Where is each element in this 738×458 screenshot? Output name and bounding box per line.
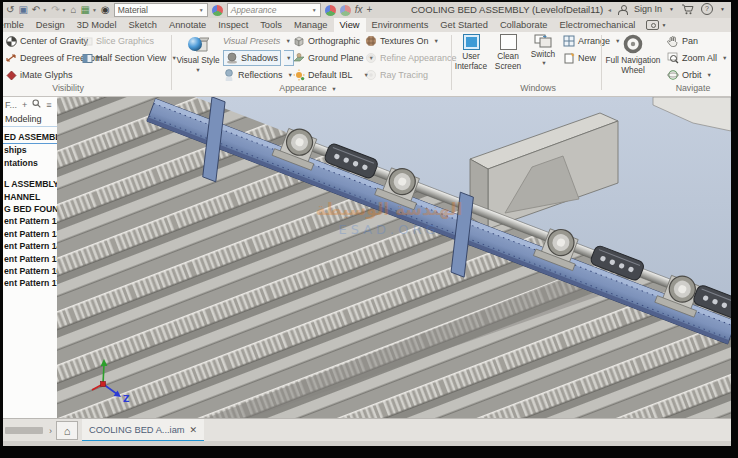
tab-design[interactable]: Design (30, 18, 71, 32)
tree-item-foundation[interactable]: G BED FOUNDATI (3, 203, 57, 215)
browser-mode-dropdown[interactable]: Modeling (3, 111, 57, 127)
new-window-button[interactable]: New (563, 51, 596, 65)
main-area: F... + ≡ Modeling ED ASSEMBLY.ia ships n… (3, 97, 731, 418)
collapse-icon[interactable]: ◂ (608, 6, 611, 13)
sync-icon[interactable]: ↺ (6, 4, 14, 16)
clear-color-icon[interactable] (340, 5, 351, 16)
tab-collaborate[interactable]: Collaborate (494, 18, 554, 32)
material-dropdown[interactable]: Material ▼ (114, 3, 208, 17)
tree-item-pattern-12[interactable]: ent Pattern 12:1 (3, 215, 57, 227)
tab-assemble[interactable]: Assemble (3, 18, 30, 32)
home-icon[interactable]: ⌂ (71, 4, 77, 16)
ground-plane-button[interactable]: Ground Plane ▼ (293, 51, 374, 65)
scroll-right-icon[interactable]: › (49, 426, 52, 436)
user-interface-icon (463, 34, 480, 50)
imate-glyphs-button[interactable]: iMate Glyphs (5, 68, 73, 82)
tab-sketch[interactable]: Sketch (123, 18, 163, 32)
default-ibl-dropdown[interactable]: Default IBL ▼ (293, 68, 369, 82)
tab-manage[interactable]: Manage (288, 18, 334, 32)
tab-annotate[interactable]: Annotate (163, 18, 212, 32)
tab-electromechanical[interactable]: Electromechanical (553, 18, 641, 32)
tab-3d-model[interactable]: 3D Model (71, 18, 123, 32)
material-dropdown-value: Material (118, 5, 148, 15)
reflections-icon (223, 69, 235, 81)
home-view-button[interactable]: ⌂ (56, 421, 78, 440)
watermark-url-text: ESAD.ORG (338, 222, 439, 237)
title-bar: ↺ ▣ ↶▼ ↷▼ ⌂ ▦▼ ◉ Material ▼ Appearance ▼… (3, 2, 731, 18)
save-icon[interactable]: ▣ (18, 4, 27, 16)
undo-dropdown-icon[interactable]: ▼ (42, 7, 47, 13)
pan-button[interactable]: Pan (667, 34, 698, 48)
parameters-fx-button[interactable]: fx (355, 4, 363, 16)
sign-in-button[interactable]: Sign In (634, 4, 662, 14)
tree-item-pattern-16[interactable]: ent Pattern 16:1 (3, 265, 57, 277)
tab-get-started[interactable]: Get Started (434, 18, 494, 32)
visual-presets-dropdown[interactable]: Visual Presets ▼ (223, 34, 291, 48)
user-interface-button[interactable]: User Interface (453, 34, 489, 71)
reflections-button[interactable]: Reflections ▼ (223, 68, 293, 82)
browser-add-icon[interactable]: + (22, 100, 27, 110)
textures-on-button[interactable]: Textures On ▼ (365, 34, 439, 48)
customize-plus-icon[interactable]: + (367, 4, 373, 16)
sign-in-caret-icon[interactable]: ▼ (669, 6, 674, 12)
undo-icon[interactable]: ↶ (32, 4, 40, 16)
tree-item-relationships[interactable]: ships (3, 144, 57, 156)
tab-view[interactable]: View (334, 18, 366, 32)
home-tab-icon: ⌂ (64, 425, 71, 437)
zoom-all-button[interactable]: Zoom All ▼ (667, 51, 727, 65)
view-dropdown-icon[interactable]: ▼ (92, 7, 97, 13)
quick-access-toolbar: ↺ ▣ ↶▼ ↷▼ ⌂ ▦▼ ◉ Material ▼ Appearance ▼… (3, 3, 372, 17)
half-section-view-button[interactable]: Half Section View ▼ (81, 51, 177, 65)
orbit-button[interactable]: Orbit ▼ (667, 68, 712, 82)
shadows-icon (226, 52, 238, 64)
ribbon-tab-bar: Assemble Design 3D Model Sketch Annotate… (3, 18, 731, 32)
tree-item-pattern-13[interactable]: ent Pattern 13:1 (3, 228, 57, 240)
appearance-dropdown[interactable]: Appearance ▼ (227, 3, 321, 17)
tree-item-representations[interactable]: ntations (3, 157, 57, 169)
switch-windows-button[interactable]: Switch ▼ (527, 34, 559, 66)
redo-dropdown-icon[interactable]: ▼ (62, 7, 67, 13)
full-navigation-wheel-button[interactable]: Full Navigation Wheel (605, 34, 661, 75)
zoom-all-icon (667, 52, 679, 64)
adjust-color-icon[interactable] (325, 5, 336, 16)
tab-inspect[interactable]: Inspect (212, 18, 254, 32)
help-icon[interactable]: ? (701, 3, 713, 15)
material-caret-icon: ▼ (199, 7, 204, 13)
redo-icon[interactable]: ↷ (51, 4, 59, 16)
tree-item-subassembly[interactable]: L ASSEMBLY 2:1 (3, 178, 57, 190)
tab-tools[interactable]: Tools (254, 18, 288, 32)
switch-caret-icon: ▼ (529, 60, 559, 66)
help-caret-icon[interactable]: ▼ (720, 6, 725, 12)
appearance-dropdown-value: Appearance (231, 5, 277, 15)
appearance-sphere-icon[interactable]: ◉ (101, 4, 110, 16)
tree-item-pattern-14[interactable]: ent Pattern 14:1 (3, 240, 57, 252)
default-ibl-icon (293, 69, 305, 81)
tab-environments[interactable]: Environments (366, 18, 435, 32)
tree-item-pattern-15[interactable]: ent Pattern 15:1 (3, 253, 57, 265)
orthographic-button[interactable]: Orthographic ▼ (293, 34, 370, 48)
tree-item-channel[interactable]: HANNEL (3, 191, 57, 203)
tree-item-assembly-root[interactable]: ED ASSEMBLY.ia (3, 131, 57, 144)
browser-hscrollbar[interactable] (5, 427, 43, 434)
clean-screen-button[interactable]: Clean Screen (491, 34, 525, 71)
browser-menu-icon[interactable]: ≡ (46, 100, 51, 110)
visual-style-icon (187, 34, 209, 54)
browser-filter-label[interactable]: F... (5, 100, 17, 110)
isometric-view-icon[interactable]: ▦ (81, 4, 90, 16)
color-wheel-icon[interactable] (212, 5, 223, 16)
screen-record-button[interactable]: ▼ (641, 18, 671, 32)
browser-search-icon[interactable] (32, 99, 41, 110)
document-tab-close-icon[interactable]: ✕ (190, 425, 198, 435)
orbit-icon (667, 69, 679, 81)
shadows-button[interactable]: Shadows ▼ (223, 51, 294, 65)
store-cart-icon[interactable] (681, 4, 694, 15)
visual-style-button[interactable]: Visual Style ▼ (175, 34, 221, 73)
record-icon (646, 20, 659, 30)
tree-item-pattern-17[interactable]: ent Pattern 17:1 (3, 277, 57, 289)
document-tab-cooling-bed[interactable]: COOLING BED A...iam ✕ (82, 419, 204, 442)
watermark-arabic-text: الهندسة الوسيطة (316, 199, 463, 220)
3d-viewport[interactable]: الهندسة الوسيطة ESAD.ORG Z (57, 97, 731, 418)
imate-glyph-icon (5, 69, 17, 81)
center-of-gravity-button[interactable]: Center of Gravity (5, 34, 88, 48)
appearance-group-label[interactable]: Appearance ▼ (248, 83, 368, 93)
